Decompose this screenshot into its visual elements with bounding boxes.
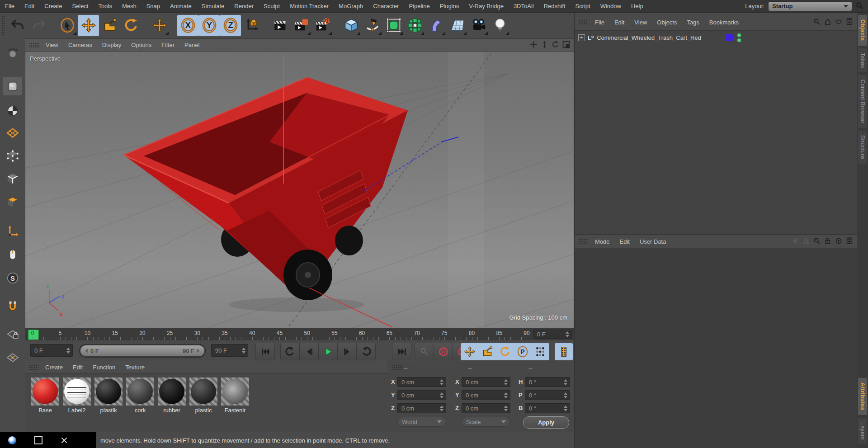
add-camera-button[interactable] [468,15,489,36]
toolbar-grip[interactable] [1,15,5,35]
layer-color-tag[interactable] [726,34,733,41]
add-floor-button[interactable] [447,15,468,36]
menu-create[interactable]: Create [39,0,67,12]
expand-toggle-icon[interactable] [578,34,585,41]
pos-z-field[interactable]: 0 cm [397,403,446,413]
viewport-canvas[interactable]: Y Z X Perspective Grid Spacing : 100 cm [25,52,574,329]
rotate-tool-button[interactable] [120,15,142,36]
key-rotation-button[interactable] [496,344,514,360]
material-item[interactable]: Base [30,377,60,414]
menu-pipeline[interactable]: Pipeline [404,0,434,12]
menu-simulate[interactable]: Simulate [197,0,230,12]
viewport-menu-panel[interactable]: Panel [179,39,204,51]
objects-menu-tags[interactable]: Tags [682,16,704,28]
tab-attributes[interactable]: Attributes [858,378,867,415]
key-point-level-button[interactable] [532,344,549,360]
add-cloner-button[interactable] [404,15,425,36]
materials-menu-create[interactable]: Create [40,361,68,373]
search-icon[interactable] [813,237,821,246]
maximize-view-icon[interactable] [562,41,570,50]
menu-select[interactable]: Select [67,0,93,12]
key-position-button[interactable] [461,344,478,360]
objects-menu-file[interactable]: File [590,16,609,28]
add-cube-button[interactable] [340,15,362,36]
scale-tool-button[interactable] [99,15,120,36]
lock-y-axis-button[interactable]: Y [198,15,220,36]
objects-menu-objects[interactable]: Objects [652,16,682,28]
lock-icon[interactable] [824,237,831,246]
target-icon[interactable] [835,237,842,246]
viewport-menu-display[interactable]: Display [97,39,127,51]
material-thumbnail[interactable] [94,377,123,406]
tab-content-browser[interactable]: Content Browser [858,75,867,128]
menu-file[interactable]: File [0,0,19,12]
material-item[interactable]: Label2 [62,377,92,414]
play-button[interactable] [318,343,337,360]
workplane-mode-button[interactable] [3,123,22,142]
render-visibility-dot[interactable] [737,38,741,42]
objects-menu-view[interactable]: View [629,16,652,28]
materials-menu-function[interactable]: Function [88,361,120,373]
next-key-button[interactable] [356,343,375,360]
command-search-icon[interactable] [856,2,863,11]
attributes-menu-userdata[interactable]: User Data [635,235,671,248]
render-view-button[interactable] [269,15,291,36]
viewport-solo-button[interactable] [3,245,22,264]
menu-3dtoall[interactable]: 3DToAll [509,0,539,12]
spinner-arrows-icon[interactable] [66,344,71,356]
materials-menu-edit[interactable]: Edit [68,361,88,373]
menu-mesh[interactable]: Mesh [117,0,142,12]
object-name[interactable]: Commercial_Wheeled_Trash_Cart_Red [597,34,701,41]
scale-mode-dropdown[interactable]: Scale [462,417,510,427]
current-frame-field[interactable]: 0 F [30,344,73,357]
redo-button[interactable] [28,15,49,36]
history-back-icon[interactable] [792,237,799,246]
browser-icon[interactable] [8,436,16,444]
pos-x-field[interactable]: 0 cm [397,377,446,387]
autokey-button[interactable] [434,343,453,360]
object-manager-list[interactable]: L⁰ Commercial_Wheeled_Trash_Cart_Red [575,30,858,235]
coordinates-grip[interactable] [392,365,402,370]
previous-frame-button[interactable] [299,343,318,360]
camera-label[interactable]: Perspective [30,55,61,62]
attributes-menu-grip[interactable] [578,239,588,244]
apply-button[interactable]: Apply [523,416,569,429]
material-thumbnail[interactable] [63,377,91,406]
restore-window-icon[interactable] [34,436,42,444]
viewport-3d-scene[interactable]: Y Z X [25,52,574,328]
spinner-arrows-icon[interactable] [241,344,246,356]
texture-mode-button[interactable] [3,101,22,120]
model-mode-button[interactable] [3,77,22,95]
menu-render[interactable]: Render [229,0,259,12]
record-key-button[interactable] [415,343,434,360]
show-fcurves-button[interactable] [555,344,572,360]
key-parameter-button[interactable]: P [514,344,531,360]
search-icon[interactable] [813,18,821,27]
menu-script[interactable]: Script [570,0,595,12]
menu-snap[interactable]: Snap [142,0,165,12]
material-item[interactable]: plastic [189,377,218,414]
viewport-menu-view[interactable]: View [41,39,63,51]
frame-range-slider[interactable]: 0 F 90 F [79,344,206,358]
materials-menu-grip[interactable] [28,365,38,370]
undo-button[interactable] [7,15,28,36]
material-item[interactable]: rubber [157,377,187,414]
scale-z-field[interactable]: 0 cm [462,403,510,413]
materials-menu-texture[interactable]: Texture [120,361,150,373]
previous-key-button[interactable] [281,343,299,360]
material-thumbnail[interactable] [31,377,59,406]
menu-edit[interactable]: Edit [19,0,39,12]
add-panel-icon[interactable] [846,18,853,27]
edit-render-settings-button[interactable] [312,15,333,36]
timeline-ruler-spinner[interactable]: 0 F [533,330,572,339]
tab-layers[interactable]: Layers [858,418,867,444]
objects-menu-grip[interactable] [578,19,588,25]
render-to-picture-viewer-button[interactable] [291,15,312,36]
lock-x-axis-button[interactable]: X [177,15,198,36]
viewport-menu-grip[interactable] [29,42,39,48]
tab-structure[interactable]: Structure [858,131,867,164]
pan-view-icon[interactable] [530,41,538,50]
next-frame-button[interactable] [337,343,356,360]
move-tool-button[interactable] [78,15,99,36]
coordinate-system-button[interactable] [241,15,262,36]
